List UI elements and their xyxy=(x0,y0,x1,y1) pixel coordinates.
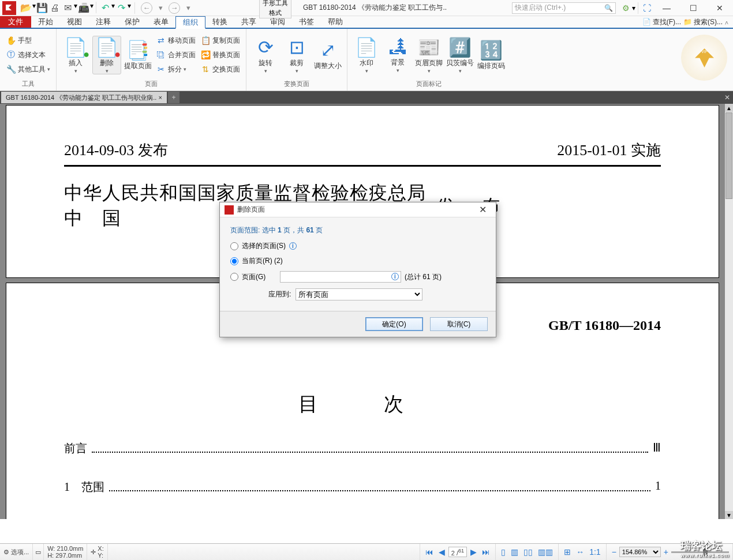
apply-to-select[interactable]: 所有页面 xyxy=(296,288,422,300)
forward-dropdown[interactable]: ▾ xyxy=(182,2,194,14)
forward-icon[interactable]: → xyxy=(169,2,180,14)
page-range-input[interactable] xyxy=(280,271,401,283)
bates-button[interactable]: #️⃣贝茨编号▾ xyxy=(446,36,474,74)
radio-current-page[interactable] xyxy=(230,257,238,265)
last-page-button[interactable]: ⏭ xyxy=(480,547,492,557)
open-icon[interactable]: 📂 xyxy=(20,2,32,14)
zoom-combo[interactable]: 154.86% xyxy=(619,547,661,557)
dialog-close-button[interactable]: ✕ xyxy=(474,204,491,215)
scroll-up-icon[interactable]: ▲ xyxy=(725,104,733,112)
quick-launch-input[interactable]: 快速启动 (Ctrl+.) 🔍 xyxy=(512,2,616,14)
hand-tool-button[interactable]: ✋手型 xyxy=(5,34,51,47)
delete-pages-button[interactable]: 📄● 删除▾ xyxy=(92,36,121,74)
search-label: 搜索(S)... xyxy=(694,17,723,27)
scan-dropdown[interactable]: ▾ xyxy=(90,2,94,14)
document-tab[interactable]: GBT 16180-2014 《劳动能力鉴定 职工工伤与职业病.. × xyxy=(1,92,167,103)
scan-icon[interactable]: 📠 xyxy=(77,2,90,14)
crosshair-icon: ✛ xyxy=(91,548,96,556)
tab-help[interactable]: 帮助 xyxy=(321,16,350,28)
maximize-button[interactable]: ☐ xyxy=(680,0,706,16)
zoom-out-button[interactable]: − xyxy=(610,547,618,557)
info-icon[interactable]: i xyxy=(289,242,297,250)
background-button[interactable]: 🏞背景▾ xyxy=(383,36,412,73)
rotate-button[interactable]: ⟳旋转▾ xyxy=(251,36,280,74)
window-controls: — ☐ ✕ xyxy=(653,0,733,16)
crop-button[interactable]: ⊡裁剪▾ xyxy=(282,36,311,74)
header-footer-button[interactable]: 📰页眉页脚▾ xyxy=(414,36,443,74)
redo-icon[interactable]: ↷ xyxy=(115,2,128,14)
active-tool-indicator[interactable]: 手形工具 格式 xyxy=(259,0,291,18)
file-menu[interactable]: 文件 xyxy=(0,16,31,28)
radio-page-range[interactable] xyxy=(230,273,238,281)
zoom-in-button[interactable]: + xyxy=(662,547,670,557)
prev-page-button[interactable]: ◀ xyxy=(437,547,447,557)
move-pages-button[interactable]: ⇄移动页面 xyxy=(155,34,197,47)
extract-pages-button[interactable]: 📑 提取页面 xyxy=(124,39,152,71)
vertical-scrollbar[interactable]: ▲ ▼ xyxy=(725,104,733,519)
continuous-view-icon[interactable]: ▥ xyxy=(509,547,520,557)
merge-pages-button[interactable]: ⿻合并页面 xyxy=(155,48,197,61)
select-text-button[interactable]: Ⓣ选择文本 xyxy=(5,48,51,61)
cancel-button[interactable]: 取消(C) xyxy=(430,317,488,331)
tab-review[interactable]: 审阅 xyxy=(263,16,292,28)
back-icon[interactable]: ← xyxy=(141,2,152,14)
ok-button[interactable]: 确定(O) xyxy=(365,317,423,331)
info-icon[interactable]: i xyxy=(391,273,399,280)
replace-pages-button[interactable]: 🔁替换页面 xyxy=(199,48,241,61)
swap-pages-button[interactable]: ⇅交换页面 xyxy=(199,63,241,76)
scroll-down-icon[interactable]: ▼ xyxy=(725,511,733,519)
actual-size-icon[interactable]: 1:1 xyxy=(588,547,602,557)
two-page-view-icon[interactable]: ▯▯ xyxy=(522,547,534,557)
undo-icon[interactable]: ↶ xyxy=(99,2,111,14)
first-page-button[interactable]: ⏮ xyxy=(424,547,435,557)
single-page-view-icon[interactable]: ▯ xyxy=(499,547,507,557)
page-number-display[interactable]: 2 /61 xyxy=(448,547,467,558)
add-tab-button[interactable]: + xyxy=(168,92,179,103)
fullscreen-icon[interactable]: ⛶ xyxy=(641,2,653,14)
minimize-button[interactable]: — xyxy=(653,0,680,16)
tab-form[interactable]: 表单 xyxy=(147,16,175,28)
tab-share[interactable]: 共享 xyxy=(234,16,263,28)
scrollbar-thumb[interactable] xyxy=(725,112,732,199)
fit-page-icon[interactable]: ⊞ xyxy=(562,547,573,557)
watermark-button[interactable]: 📄水印▾ xyxy=(352,36,381,74)
redo-dropdown[interactable]: ▾ xyxy=(128,2,131,14)
statusbar: ⚙选项... ▭ W: 210.0mmH: 297.0mm ✛ X:Y: ⏮ ◀… xyxy=(0,543,733,560)
resize-button[interactable]: ⤢调整大小 xyxy=(313,39,342,71)
find-link[interactable]: 📄查找(F)... xyxy=(642,17,681,27)
other-tools-button[interactable]: 🔧其他工具▾ xyxy=(5,63,51,76)
fit-width-icon[interactable]: ↔ xyxy=(574,547,586,557)
back-dropdown[interactable]: ▾ xyxy=(155,2,166,14)
settings-icon[interactable]: ⚙ xyxy=(619,2,632,14)
search-icon[interactable]: 🔍 xyxy=(604,4,613,12)
split-button[interactable]: ✂拆分▾ xyxy=(155,63,197,76)
insert-pages-button[interactable]: 📄● 插入▾ xyxy=(61,36,90,74)
radio-selected-pages[interactable] xyxy=(230,242,238,250)
close-button[interactable]: ✕ xyxy=(706,0,733,16)
number-pages-button[interactable]: 🔢编排页码 xyxy=(477,39,506,71)
swap-icon: ⇅ xyxy=(200,64,211,74)
tab-convert[interactable]: 转换 xyxy=(205,16,234,28)
tab-home[interactable]: 开始 xyxy=(31,16,60,28)
print-icon[interactable]: 🖨 xyxy=(48,2,61,14)
options-button[interactable]: ⚙选项... xyxy=(0,544,33,560)
tab-comment[interactable]: 注释 xyxy=(89,16,118,28)
tab-protect[interactable]: 保护 xyxy=(118,16,147,28)
mail-icon[interactable]: ✉ xyxy=(61,2,74,14)
collapse-ribbon-icon[interactable]: ʌ xyxy=(725,19,728,25)
copy-pages-button[interactable]: 📋复制页面 xyxy=(199,34,241,47)
search-link[interactable]: 📁搜索(S)... xyxy=(683,17,723,27)
tab-organize[interactable]: 组织 xyxy=(175,16,205,29)
tool-name-label: 手形工具 xyxy=(260,0,291,8)
vip-badge-icon[interactable]: VIP xyxy=(681,35,727,81)
split-icon: ✂ xyxy=(156,64,166,74)
page-nav: ⏮ ◀ 2 /61 ▶ ⏭ xyxy=(420,544,496,560)
tab-view[interactable]: 视图 xyxy=(60,16,89,28)
save-icon[interactable]: 💾 xyxy=(36,2,48,14)
next-page-button[interactable]: ▶ xyxy=(469,547,478,557)
tab-bookmarks[interactable]: 书签 xyxy=(292,16,321,28)
two-continuous-view-icon[interactable]: ▥▥ xyxy=(536,547,555,557)
layout-mode-button[interactable]: ▭ xyxy=(33,544,44,560)
close-all-tabs-button[interactable]: ✕ xyxy=(721,93,733,102)
settings-dropdown[interactable]: ▾ xyxy=(632,4,635,12)
